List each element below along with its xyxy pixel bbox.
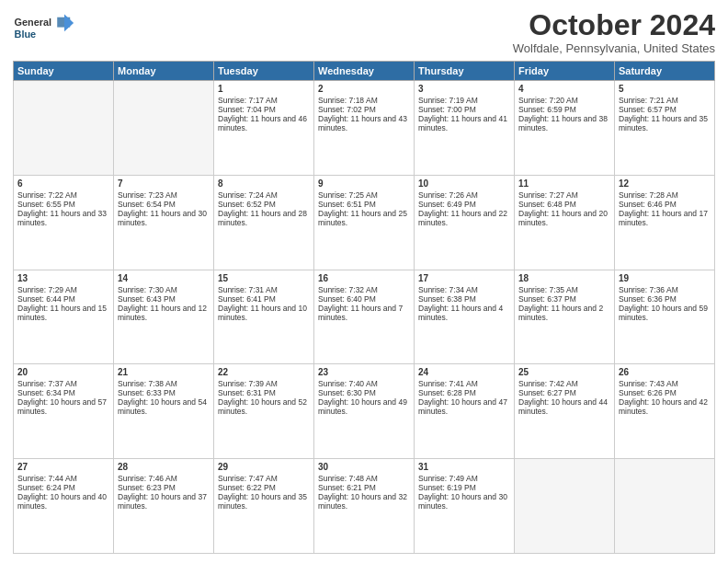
calendar-cell: 17Sunrise: 7:34 AMSunset: 6:38 PMDayligh…: [415, 270, 515, 364]
day-number: 4: [518, 84, 610, 94]
calendar-cell: 5Sunrise: 7:21 AMSunset: 6:57 PMDaylight…: [615, 81, 715, 176]
sunrise-text: Sunrise: 7:19 AM: [418, 96, 510, 105]
sunset-text: Sunset: 6:59 PM: [518, 105, 610, 114]
calendar-cell: [114, 81, 214, 176]
day-number: 19: [619, 273, 711, 283]
day-number: 15: [218, 273, 310, 283]
svg-text:Blue: Blue: [15, 29, 37, 40]
calendar-cell: 14Sunrise: 7:30 AMSunset: 6:43 PMDayligh…: [114, 270, 214, 364]
calendar-cell: 11Sunrise: 7:27 AMSunset: 6:48 PMDayligh…: [515, 175, 615, 270]
day-number: 10: [418, 178, 510, 189]
sunrise-text: Sunrise: 7:29 AM: [17, 285, 109, 294]
weekday-header-monday: Monday: [114, 62, 214, 81]
daylight-text: Daylight: 10 hours and 52 minutes.: [218, 397, 310, 416]
sunset-text: Sunset: 6:54 PM: [118, 200, 210, 209]
day-number: 11: [518, 178, 610, 189]
calendar-cell: 18Sunrise: 7:35 AMSunset: 6:37 PMDayligh…: [515, 270, 615, 364]
day-number: 7: [118, 178, 210, 189]
calendar-cell: 27Sunrise: 7:44 AMSunset: 6:24 PMDayligh…: [14, 459, 114, 554]
sunset-text: Sunset: 6:34 PM: [17, 388, 109, 397]
daylight-text: Daylight: 11 hours and 12 minutes.: [118, 304, 210, 322]
sunrise-text: Sunrise: 7:23 AM: [118, 190, 210, 200]
sunset-text: Sunset: 6:19 PM: [418, 483, 510, 492]
daylight-text: Daylight: 10 hours and 44 minutes.: [518, 397, 610, 416]
weekday-header-friday: Friday: [515, 62, 615, 81]
day-number: 23: [318, 367, 410, 377]
sunrise-text: Sunrise: 7:38 AM: [118, 379, 210, 388]
sunset-text: Sunset: 6:55 PM: [17, 200, 109, 209]
day-number: 1: [218, 84, 310, 94]
sunrise-text: Sunrise: 7:49 AM: [418, 474, 510, 483]
daylight-text: Daylight: 10 hours and 32 minutes.: [318, 492, 410, 511]
sunset-text: Sunset: 6:43 PM: [118, 294, 210, 304]
daylight-text: Daylight: 11 hours and 30 minutes.: [118, 209, 210, 227]
sunset-text: Sunset: 7:00 PM: [418, 105, 510, 114]
calendar-cell: 31Sunrise: 7:49 AMSunset: 6:19 PMDayligh…: [415, 459, 515, 554]
sunset-text: Sunset: 7:04 PM: [218, 105, 310, 114]
calendar-cell: 16Sunrise: 7:32 AMSunset: 6:40 PMDayligh…: [314, 270, 415, 364]
daylight-text: Daylight: 11 hours and 15 minutes.: [17, 304, 109, 322]
calendar-week-1: 1Sunrise: 7:17 AMSunset: 7:04 PMDaylight…: [14, 81, 715, 176]
sunset-text: Sunset: 6:31 PM: [218, 388, 310, 397]
calendar-cell: 25Sunrise: 7:42 AMSunset: 6:27 PMDayligh…: [515, 364, 615, 459]
sunrise-text: Sunrise: 7:48 AM: [318, 474, 410, 483]
calendar-week-2: 6Sunrise: 7:22 AMSunset: 6:55 PMDaylight…: [14, 175, 715, 270]
day-number: 24: [418, 367, 510, 377]
day-number: 14: [118, 273, 210, 283]
weekday-header-wednesday: Wednesday: [314, 62, 415, 81]
sunrise-text: Sunrise: 7:43 AM: [619, 379, 711, 388]
sunset-text: Sunset: 6:41 PM: [218, 294, 310, 304]
calendar-cell: 20Sunrise: 7:37 AMSunset: 6:34 PMDayligh…: [14, 364, 114, 459]
daylight-text: Daylight: 11 hours and 38 minutes.: [518, 114, 610, 132]
sunrise-text: Sunrise: 7:20 AM: [518, 96, 610, 105]
day-number: 31: [418, 462, 510, 472]
sunset-text: Sunset: 6:40 PM: [318, 294, 410, 304]
daylight-text: Daylight: 11 hours and 35 minutes.: [619, 114, 711, 132]
sunset-text: Sunset: 6:26 PM: [619, 388, 711, 397]
calendar-cell: 4Sunrise: 7:20 AMSunset: 6:59 PMDaylight…: [515, 81, 615, 176]
sunrise-text: Sunrise: 7:25 AM: [318, 190, 410, 200]
day-number: 2: [318, 84, 410, 94]
weekday-header-thursday: Thursday: [415, 62, 515, 81]
sunrise-text: Sunrise: 7:18 AM: [318, 96, 410, 105]
daylight-text: Daylight: 11 hours and 2 minutes.: [518, 304, 610, 322]
sunrise-text: Sunrise: 7:34 AM: [418, 285, 510, 294]
sunset-text: Sunset: 6:46 PM: [619, 200, 711, 209]
sunrise-text: Sunrise: 7:27 AM: [518, 190, 610, 200]
daylight-text: Daylight: 11 hours and 7 minutes.: [318, 304, 410, 322]
sunset-text: Sunset: 6:30 PM: [318, 388, 410, 397]
calendar-cell: 15Sunrise: 7:31 AMSunset: 6:41 PMDayligh…: [214, 270, 314, 364]
calendar-cell: 2Sunrise: 7:18 AMSunset: 7:02 PMDaylight…: [314, 81, 415, 176]
sunrise-text: Sunrise: 7:28 AM: [619, 190, 711, 200]
daylight-text: Daylight: 10 hours and 59 minutes.: [619, 304, 711, 322]
sunrise-text: Sunrise: 7:24 AM: [218, 190, 310, 200]
daylight-text: Daylight: 10 hours and 54 minutes.: [118, 397, 210, 416]
day-number: 21: [118, 367, 210, 377]
day-number: 26: [619, 367, 711, 377]
sunrise-text: Sunrise: 7:39 AM: [218, 379, 310, 388]
sunset-text: Sunset: 6:36 PM: [619, 294, 711, 304]
daylight-text: Daylight: 10 hours and 30 minutes.: [418, 492, 510, 511]
calendar-cell: [515, 459, 615, 554]
day-number: 13: [17, 273, 109, 283]
day-number: 27: [17, 462, 109, 472]
sunrise-text: Sunrise: 7:46 AM: [118, 474, 210, 483]
daylight-text: Daylight: 10 hours and 49 minutes.: [318, 397, 410, 416]
calendar-cell: 28Sunrise: 7:46 AMSunset: 6:23 PMDayligh…: [114, 459, 214, 554]
sunset-text: Sunset: 6:51 PM: [318, 200, 410, 209]
calendar-cell: 29Sunrise: 7:47 AMSunset: 6:22 PMDayligh…: [214, 459, 314, 554]
calendar-cell: 7Sunrise: 7:23 AMSunset: 6:54 PMDaylight…: [114, 175, 214, 270]
calendar-cell: 30Sunrise: 7:48 AMSunset: 6:21 PMDayligh…: [314, 459, 415, 554]
daylight-text: Daylight: 11 hours and 20 minutes.: [518, 209, 610, 227]
calendar-cell: 19Sunrise: 7:36 AMSunset: 6:36 PMDayligh…: [615, 270, 715, 364]
day-number: 16: [318, 273, 410, 283]
weekday-header-tuesday: Tuesday: [214, 62, 314, 81]
calendar-cell: 8Sunrise: 7:24 AMSunset: 6:52 PMDaylight…: [214, 175, 314, 270]
daylight-text: Daylight: 10 hours and 47 minutes.: [418, 397, 510, 416]
day-number: 9: [318, 178, 410, 189]
day-number: 25: [518, 367, 610, 377]
calendar-cell: 10Sunrise: 7:26 AMSunset: 6:49 PMDayligh…: [415, 175, 515, 270]
day-number: 18: [518, 273, 610, 283]
header: General Blue October 2024 Wolfdale, Penn…: [13, 9, 715, 55]
day-number: 3: [418, 84, 510, 94]
